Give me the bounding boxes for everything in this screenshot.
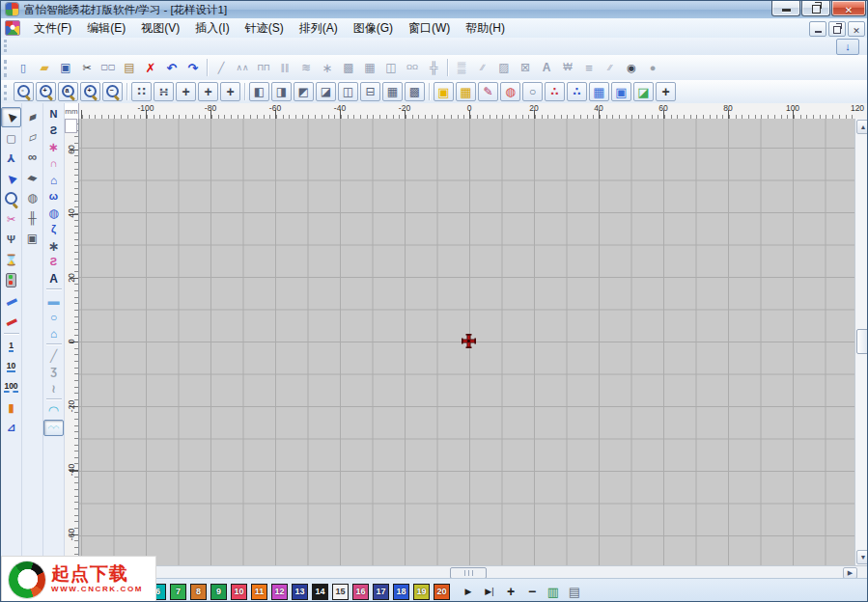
align-right-icon[interactable]: ◨ <box>271 82 292 101</box>
arc3-draw-tool[interactable]: Ʒ <box>44 365 63 379</box>
show-window-icon[interactable]: ▣ <box>611 82 631 101</box>
design-canvas[interactable] <box>78 119 854 565</box>
multi-arc-tool[interactable]: ◠◠ <box>43 420 64 436</box>
menu-a[interactable]: 排列(A) <box>292 19 346 38</box>
contour-fill-icon[interactable]: ≡ <box>579 58 599 77</box>
color-swatch-18[interactable]: 18 <box>393 584 409 600</box>
delete-icon[interactable]: ✗ <box>141 58 160 77</box>
next-color-button[interactable]: ▶ <box>460 584 477 600</box>
select-tool[interactable]: ▶ <box>1 107 21 127</box>
radial-fill-icon[interactable]: ∗ <box>318 58 337 77</box>
mdi-close-button[interactable] <box>848 21 865 37</box>
thread-spool-tool[interactable]: ▮ <box>2 398 20 417</box>
applique-icon[interactable]: ⊠ <box>516 58 535 77</box>
scroll-down-button[interactable]: ▼ <box>856 550 868 564</box>
marquee-select-tool[interactable]: ▢ <box>2 129 20 148</box>
crosshatch-fill-icon[interactable]: ▨ <box>494 58 514 77</box>
toolbar-grip[interactable] <box>4 85 11 101</box>
add-color-button[interactable]: + <box>502 584 519 600</box>
new-icon[interactable]: ▯ <box>14 58 33 77</box>
background-image-icon[interactable]: ◪ <box>633 82 654 101</box>
vertical-scroll-thumb[interactable] <box>856 329 868 354</box>
horizontal-scrollbar[interactable]: ◀ ▶ <box>65 565 868 579</box>
color-swatch-19[interactable]: 19 <box>413 584 430 600</box>
toolbar-options-button[interactable]: ↓ <box>836 39 859 55</box>
satin-stitch-icon[interactable]: ∥∥ <box>275 58 294 77</box>
menu-s[interactable]: 针迹(S) <box>238 19 292 38</box>
rectangle-tool[interactable]: ▬ <box>44 293 63 308</box>
measure-tool[interactable]: ⊿ <box>2 419 20 437</box>
circle-fill-tool[interactable]: ◍ <box>44 205 63 220</box>
hatch-fill-icon[interactable]: ∕∕ <box>473 58 492 77</box>
align-center-v-icon[interactable]: ◫ <box>338 82 358 101</box>
mdi-minimize-button[interactable] <box>809 21 826 37</box>
polygon-tool[interactable]: ⌂ <box>44 326 63 341</box>
toolbar-grip[interactable] <box>4 40 11 52</box>
undo-icon[interactable]: ↶ <box>162 58 182 77</box>
color-swatch-15[interactable]: 15 <box>332 584 349 600</box>
hatch-ball-tool[interactable]: ◍ <box>23 188 42 206</box>
align-center-h-icon[interactable]: ⊟ <box>360 82 380 101</box>
thread-chart-button[interactable]: ▥ <box>545 584 562 600</box>
redo-icon[interactable]: ↷ <box>183 58 203 77</box>
vertical-scrollbar[interactable]: ▲ ▼ <box>854 119 868 565</box>
color-swatch-10[interactable]: 10 <box>231 584 247 600</box>
capsule-tool[interactable]: ▰ <box>23 107 42 125</box>
bead-dot-icon[interactable]: ◉ <box>622 58 641 77</box>
line-draw-tool[interactable]: ╱ <box>44 348 63 363</box>
column-input-tool[interactable]: ⌂ <box>44 173 63 187</box>
last-color-button[interactable]: ▶| <box>481 584 498 600</box>
restore-button[interactable] <box>801 1 830 16</box>
zoom-tool[interactable] <box>2 190 20 208</box>
layer-tool[interactable]: ▣ <box>23 229 42 247</box>
scurve-draw-tool[interactable]: ≀ <box>44 381 63 396</box>
node-edit-tool[interactable]: ⅄ <box>2 150 20 168</box>
ellipse-tool[interactable]: ○ <box>44 310 63 324</box>
manual-stitch-tool[interactable]: N <box>44 107 63 122</box>
menu-w[interactable]: 窗口(W) <box>401 19 458 38</box>
sequin-run-icon[interactable]: ₩ <box>558 58 577 77</box>
mdi-restore-button[interactable] <box>828 21 846 37</box>
menu-h[interactable]: 帮助(H) <box>458 19 513 38</box>
run100-tool[interactable]: 100 <box>2 378 20 397</box>
divide-tool[interactable]: ✂ <box>2 210 20 229</box>
zigzag-stitch-icon[interactable]: ∧∧ <box>233 58 252 77</box>
zoom-region-icon[interactable]: ▫ <box>14 82 34 101</box>
remove-color-button[interactable]: − <box>523 584 541 600</box>
spiral-tool[interactable]: ζ <box>44 222 63 236</box>
origin-cross-icon[interactable]: + <box>656 82 676 101</box>
align-top-icon[interactable]: ◩ <box>294 82 314 101</box>
grid-settings-icon[interactable]: ▦ <box>456 82 476 101</box>
star-burst-tool[interactable]: ∗ <box>44 238 63 253</box>
patch-blue-tool[interactable]: ▬ <box>2 291 20 310</box>
align-bottom-icon[interactable]: ◪ <box>316 82 336 101</box>
color-swatch-16[interactable]: 16 <box>352 584 369 600</box>
capsule-split-tool[interactable]: ▱ <box>23 127 42 146</box>
shape-edit-tool[interactable]: ▶ <box>2 170 20 188</box>
complex-fill-tool[interactable]: ω <box>44 189 63 204</box>
toolbar-grip[interactable] <box>4 60 11 77</box>
copy-icon[interactable]: ▢▢ <box>98 58 118 77</box>
close-button[interactable] <box>831 1 866 16</box>
color-swatch-17[interactable]: 17 <box>373 584 389 600</box>
distribute-icon[interactable]: ▩ <box>405 82 425 101</box>
density-view-icon[interactable]: ◍ <box>500 82 520 101</box>
s-shape-tool[interactable]: Ƨ <box>44 255 63 269</box>
color-swatch-13[interactable]: 13 <box>292 584 308 600</box>
thread-colors2-icon[interactable]: ∴ <box>567 82 587 101</box>
color-swatch-12[interactable]: 12 <box>271 584 288 600</box>
overlap-rings-tool[interactable]: ∞ <box>23 148 42 166</box>
menu-i[interactable]: 插入(I) <box>187 19 237 38</box>
open-icon[interactable]: ▰ <box>35 58 54 77</box>
stitch-order-tool[interactable]: ⌛ <box>2 251 20 269</box>
outline-view-icon[interactable]: ○ <box>522 82 543 101</box>
zoom-in-icon[interactable]: + <box>36 82 56 101</box>
scroll-up-button[interactable]: ▲ <box>856 120 868 134</box>
menu-g[interactable]: 图像(G) <box>346 19 401 38</box>
minimize-button[interactable] <box>771 1 800 16</box>
mirror-tool[interactable]: Ψ <box>2 231 20 249</box>
wave-fill-icon[interactable]: ≋ <box>296 58 316 77</box>
menu-v[interactable]: 视图(V) <box>133 19 187 38</box>
color-swatch-8[interactable]: 8 <box>190 584 207 600</box>
center-pattern-icon[interactable]: + <box>176 82 196 101</box>
